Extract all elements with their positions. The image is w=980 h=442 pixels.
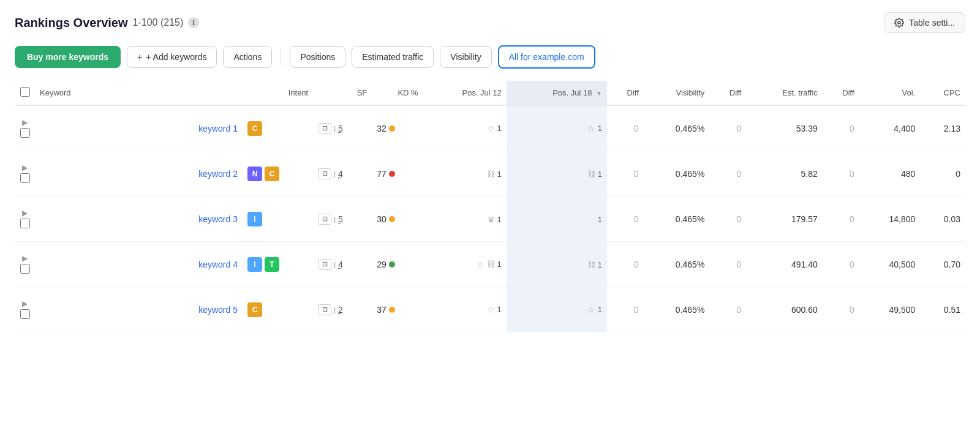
pos-jul18-4: ☆ 1 bbox=[507, 287, 607, 332]
diff3-4: 0 bbox=[823, 287, 859, 332]
pos-star-icon: ☆ 1 bbox=[587, 305, 602, 315]
row-checkbox-2[interactable] bbox=[20, 219, 30, 228]
intent-group-2: I bbox=[247, 212, 308, 227]
intent-group-1: NC bbox=[247, 167, 308, 181]
sf-icon-0: ⊡ bbox=[318, 123, 331, 134]
visibility-3: 0.465% bbox=[644, 242, 710, 287]
svg-point-0 bbox=[898, 21, 900, 24]
actions-button[interactable]: Actions bbox=[223, 46, 272, 68]
vol-3: 40,500 bbox=[859, 242, 921, 287]
diff1-1: 0 bbox=[607, 151, 644, 197]
intent-badge-c: C bbox=[247, 121, 262, 136]
tab-visibility[interactable]: Visibility bbox=[440, 46, 491, 68]
cpc-4: 0.51 bbox=[920, 287, 965, 332]
col-pos-jul18[interactable]: Pos. Jul 18 ▼ bbox=[507, 81, 607, 105]
vol-4: 49,500 bbox=[859, 287, 921, 332]
cpc-3: 0.70 bbox=[920, 242, 965, 287]
tab-all-for[interactable]: All for example.com bbox=[498, 45, 595, 69]
diff3-0: 0 bbox=[823, 105, 859, 151]
info-icon[interactable]: ℹ bbox=[188, 17, 199, 28]
pos-jul12-4: ☆ 1 bbox=[423, 287, 507, 332]
pos-link-icon: ⛓ 1 bbox=[487, 170, 502, 179]
expand-button-0[interactable]: ▶ bbox=[20, 117, 30, 128]
pos-star-link-icon: ☆⛓ 1 bbox=[477, 260, 502, 269]
row-checkbox-3[interactable] bbox=[20, 264, 30, 274]
kd-group-3: 29 bbox=[377, 260, 418, 269]
diff2-0: 0 bbox=[709, 105, 746, 151]
add-keywords-button[interactable]: + + Add keywords bbox=[127, 46, 217, 68]
sf-group-4: ⊡ | 2 bbox=[318, 304, 367, 315]
col-pos-jul12: Pos. Jul 12 bbox=[423, 81, 507, 105]
tab-positions[interactable]: Positions bbox=[290, 46, 345, 68]
intent-badge-i: I bbox=[247, 257, 262, 272]
visibility-1: 0.465% bbox=[644, 151, 710, 197]
pos-jul12-2: ♛ 1 bbox=[423, 197, 507, 242]
vol-0: 4,400 bbox=[859, 105, 921, 151]
sf-icon-3: ⊡ bbox=[318, 259, 331, 270]
pos-star-icon: ☆ 1 bbox=[587, 124, 602, 133]
est-traffic-0: 53.39 bbox=[746, 105, 823, 151]
row-checkbox-4[interactable] bbox=[20, 309, 30, 319]
table-row: ▶ keyword 2 NC ⊡ | 4 77 ⛓ 1 ⛓ 1 0 0 bbox=[15, 151, 965, 197]
toolbar-divider bbox=[281, 48, 281, 66]
pos-jul12-3: ☆⛓ 1 bbox=[423, 242, 507, 287]
col-cpc: CPC bbox=[920, 81, 965, 105]
buy-keywords-button[interactable]: Buy more keywords bbox=[15, 46, 121, 68]
col-kd: KD % bbox=[372, 81, 423, 105]
keyword-link-2[interactable]: keyword 3 bbox=[198, 214, 238, 224]
sf-icon-1: ⊡ bbox=[318, 168, 331, 179]
expand-button-4[interactable]: ▶ bbox=[20, 298, 30, 309]
kd-value-1: 77 bbox=[377, 169, 386, 179]
intent-badge-t: T bbox=[265, 257, 279, 272]
sf-group-0: ⊡ | 5 bbox=[318, 123, 367, 134]
pos-star-icon: ☆ 1 bbox=[487, 124, 502, 133]
intent-group-3: IT bbox=[247, 257, 308, 272]
kd-dot-3 bbox=[389, 261, 395, 268]
keyword-link-1[interactable]: keyword 2 bbox=[198, 169, 238, 179]
keyword-link-3[interactable]: keyword 4 bbox=[198, 260, 238, 269]
kd-value-2: 30 bbox=[377, 214, 386, 224]
vol-1: 480 bbox=[859, 151, 921, 197]
diff1-2: 0 bbox=[607, 197, 644, 242]
col-diff3: Diff bbox=[823, 81, 859, 105]
cpc-0: 2.13 bbox=[920, 105, 965, 151]
expand-button-3[interactable]: ▶ bbox=[20, 253, 30, 264]
row-checkbox-1[interactable] bbox=[20, 173, 30, 183]
table-row: ▶ keyword 4 IT ⊡ | 4 29 ☆⛓ 1 ⛓ 1 0 bbox=[15, 242, 965, 287]
plus-icon: + bbox=[137, 52, 142, 62]
kd-value-4: 37 bbox=[377, 305, 386, 315]
keyword-link-0[interactable]: keyword 1 bbox=[198, 124, 238, 133]
visibility-2: 0.465% bbox=[644, 197, 710, 242]
col-diff1: Diff bbox=[607, 81, 644, 105]
table-row: ▶ keyword 3 I ⊡ | 5 30 ♛ 1 1 0 0.46 bbox=[15, 197, 965, 242]
select-all-checkbox[interactable] bbox=[20, 87, 30, 97]
kd-group-1: 77 bbox=[377, 169, 418, 179]
col-diff2: Diff bbox=[709, 81, 746, 105]
est-traffic-3: 491.40 bbox=[746, 242, 823, 287]
toolbar: Buy more keywords + + Add keywords Actio… bbox=[15, 45, 965, 69]
sf-num-1: 4 bbox=[338, 169, 343, 179]
est-traffic-2: 179.57 bbox=[746, 197, 823, 242]
sf-num-3: 4 bbox=[338, 260, 343, 269]
intent-badge-c: C bbox=[265, 167, 279, 181]
diff3-2: 0 bbox=[823, 197, 859, 242]
table-settings-label: Table setti... bbox=[909, 18, 955, 28]
visibility-4: 0.465% bbox=[644, 287, 710, 332]
kd-group-4: 37 bbox=[377, 305, 418, 315]
keyword-link-4[interactable]: keyword 5 bbox=[198, 305, 238, 315]
tab-estimated-traffic[interactable]: Estimated traffic bbox=[352, 46, 434, 68]
sf-num-4: 2 bbox=[338, 305, 343, 315]
kd-value-0: 32 bbox=[377, 124, 386, 133]
expand-button-1[interactable]: ▶ bbox=[20, 162, 30, 173]
col-keyword: Keyword bbox=[35, 81, 243, 105]
sf-num-2: 5 bbox=[338, 214, 343, 224]
pos-link-icon: ⛓ 1 bbox=[587, 170, 602, 179]
table-settings-button[interactable]: Table setti... bbox=[884, 12, 965, 33]
pos-star-icon: ☆ 1 bbox=[487, 305, 502, 315]
vol-2: 14,800 bbox=[859, 197, 921, 242]
row-checkbox-0[interactable] bbox=[20, 128, 30, 138]
col-sf: SF bbox=[313, 81, 372, 105]
col-est-traffic: Est. traffic bbox=[746, 81, 823, 105]
col-vol: Vol. bbox=[859, 81, 921, 105]
expand-button-2[interactable]: ▶ bbox=[20, 208, 30, 219]
